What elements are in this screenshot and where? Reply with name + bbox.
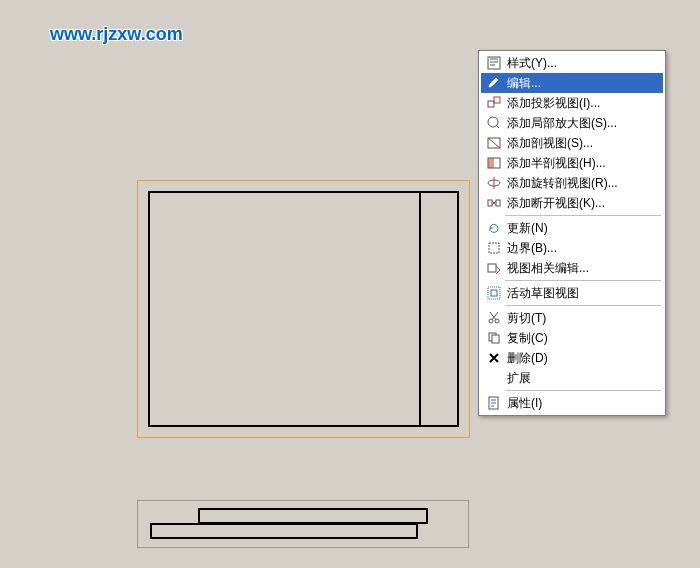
- menu-item-half-section[interactable]: 添加半剖视图(H)...: [481, 153, 663, 173]
- menu-separator: [505, 280, 661, 281]
- svg-rect-2: [494, 97, 500, 103]
- drawing-view-bottom[interactable]: [137, 500, 469, 548]
- menu-item-copy[interactable]: 复制(C): [481, 328, 663, 348]
- svg-rect-17: [492, 335, 499, 343]
- menu-item-revolve[interactable]: 添加旋转剖视图(R)...: [481, 173, 663, 193]
- menu-item-label: 添加半剖视图(H)...: [503, 153, 659, 173]
- menu-item-label: 更新(N): [503, 218, 659, 238]
- menu-item-expand[interactable]: 扩展: [481, 368, 663, 388]
- menu-item-label: 扩展: [503, 368, 659, 388]
- watermark-text: www.rjzxw.com: [50, 24, 183, 45]
- svg-rect-13: [491, 290, 497, 296]
- menu-item-label: 添加旋转剖视图(R)...: [503, 173, 659, 193]
- svg-rect-10: [489, 243, 499, 253]
- svg-rect-9: [496, 200, 500, 206]
- menu-item-view-edit[interactable]: 视图相关编辑...: [481, 258, 663, 278]
- properties-icon: [485, 395, 503, 411]
- sketch-view-icon: [485, 285, 503, 301]
- copy-icon: [485, 330, 503, 346]
- delete-icon: [485, 350, 503, 366]
- menu-separator: [505, 390, 661, 391]
- edit-icon: [485, 75, 503, 91]
- context-menu: 样式(Y)...编辑...添加投影视图(I)...添加局部放大图(S)...添加…: [478, 50, 666, 416]
- menu-item-sketch-view[interactable]: 活动草图视图: [481, 283, 663, 303]
- section-icon: [485, 135, 503, 151]
- drawing-bar-upper: [198, 508, 428, 524]
- menu-item-label: 样式(Y)...: [503, 53, 659, 73]
- cut-icon: [485, 310, 503, 326]
- menu-item-label: 视图相关编辑...: [503, 258, 659, 278]
- menu-separator: [505, 305, 661, 306]
- drawing-rect-outer: [148, 191, 459, 427]
- menu-item-label: 添加剖视图(S)...: [503, 133, 659, 153]
- menu-item-refresh[interactable]: 更新(N): [481, 218, 663, 238]
- menu-item-label: 添加局部放大图(S)...: [503, 113, 659, 133]
- menu-item-label: 编辑...: [503, 73, 659, 93]
- menu-item-label: 添加投影视图(I)...: [503, 93, 659, 113]
- refresh-icon: [485, 220, 503, 236]
- drawing-bar-lower: [150, 523, 418, 539]
- break-icon: [485, 195, 503, 211]
- menu-item-projection[interactable]: 添加投影视图(I)...: [481, 93, 663, 113]
- menu-item-style[interactable]: 样式(Y)...: [481, 53, 663, 73]
- svg-rect-1: [488, 101, 494, 107]
- menu-item-label: 边界(B)...: [503, 238, 659, 258]
- menu-item-section[interactable]: 添加剖视图(S)...: [481, 133, 663, 153]
- svg-rect-11: [488, 264, 496, 272]
- menu-item-delete[interactable]: 删除(D): [481, 348, 663, 368]
- revolve-icon: [485, 175, 503, 191]
- detail-icon: [485, 115, 503, 131]
- expand-icon: [485, 370, 503, 386]
- svg-rect-6: [488, 158, 494, 168]
- menu-item-label: 属性(I): [503, 393, 659, 413]
- menu-item-properties[interactable]: 属性(I): [481, 393, 663, 413]
- svg-rect-12: [488, 287, 500, 299]
- half-section-icon: [485, 155, 503, 171]
- drawing-rect-inner: [419, 191, 459, 427]
- menu-item-break[interactable]: 添加断开视图(K)...: [481, 193, 663, 213]
- menu-item-label: 添加断开视图(K)...: [503, 193, 659, 213]
- menu-item-label: 剪切(T): [503, 308, 659, 328]
- menu-item-cut[interactable]: 剪切(T): [481, 308, 663, 328]
- projection-icon: [485, 95, 503, 111]
- menu-item-label: 活动草图视图: [503, 283, 659, 303]
- style-icon: [485, 55, 503, 71]
- view-edit-icon: [485, 260, 503, 276]
- menu-item-label: 复制(C): [503, 328, 659, 348]
- svg-rect-8: [488, 200, 492, 206]
- boundary-icon: [485, 240, 503, 256]
- menu-item-edit[interactable]: 编辑...: [481, 73, 663, 93]
- menu-item-label: 删除(D): [503, 348, 659, 368]
- menu-item-detail[interactable]: 添加局部放大图(S)...: [481, 113, 663, 133]
- menu-separator: [505, 215, 661, 216]
- menu-item-boundary[interactable]: 边界(B)...: [481, 238, 663, 258]
- drawing-view-top[interactable]: [137, 180, 470, 438]
